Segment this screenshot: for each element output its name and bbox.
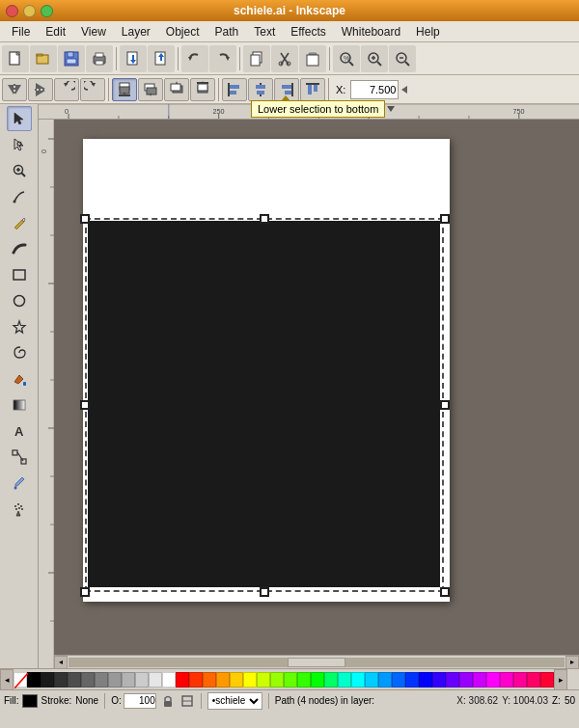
close-button[interactable] bbox=[6, 5, 18, 17]
handle-ml[interactable] bbox=[80, 400, 90, 410]
lock-icon[interactable] bbox=[160, 693, 176, 709]
select-tool-button[interactable] bbox=[7, 106, 32, 131]
rect-tool-button[interactable] bbox=[7, 262, 32, 287]
scroll-right-btn[interactable]: ▸ bbox=[565, 656, 579, 669]
rotate-ccw-btn[interactable] bbox=[54, 78, 79, 101]
print-button[interactable] bbox=[86, 45, 113, 72]
zoom-out-button[interactable] bbox=[389, 45, 416, 72]
align-right-btn[interactable] bbox=[274, 78, 299, 101]
swatch-dark3[interactable] bbox=[68, 672, 81, 688]
layer-select[interactable]: •schiele bbox=[207, 692, 262, 710]
zoom-button[interactable]: % bbox=[333, 45, 360, 72]
new-button[interactable] bbox=[2, 45, 29, 72]
swatch-gray1[interactable] bbox=[81, 672, 95, 688]
swatch-orange3[interactable] bbox=[216, 672, 230, 688]
handle-tc[interactable] bbox=[260, 214, 269, 224]
menu-view[interactable]: View bbox=[73, 23, 114, 40]
raise-to-top-btn[interactable] bbox=[190, 78, 215, 101]
menu-path[interactable]: Path bbox=[207, 23, 247, 40]
raise-btn[interactable] bbox=[164, 78, 189, 101]
scroll-left-btn[interactable]: ◂ bbox=[54, 656, 68, 669]
spray-tool-button[interactable] bbox=[7, 497, 32, 522]
scroll-track[interactable] bbox=[69, 658, 565, 667]
swatch-gray3[interactable] bbox=[108, 672, 122, 688]
swatch-blue1[interactable] bbox=[365, 672, 378, 688]
handle-bc[interactable] bbox=[260, 587, 269, 597]
swatch-dark1[interactable] bbox=[41, 672, 54, 688]
palette-scroll-left[interactable]: ◂ bbox=[0, 669, 14, 690]
menu-help[interactable]: Help bbox=[408, 23, 448, 40]
align-center-v-btn[interactable] bbox=[248, 78, 273, 101]
swatch-cyan3[interactable] bbox=[351, 672, 365, 688]
black-rectangle[interactable] bbox=[88, 221, 440, 587]
swatch-yellow2[interactable] bbox=[243, 672, 257, 688]
swatch-yellow1[interactable] bbox=[230, 672, 243, 688]
cut-button[interactable] bbox=[271, 45, 298, 72]
fill-swatch[interactable] bbox=[22, 694, 38, 708]
swatch-red[interactable] bbox=[176, 672, 189, 688]
menu-layer[interactable]: Layer bbox=[114, 23, 158, 40]
maximize-button[interactable] bbox=[41, 5, 53, 17]
swatch-violet2[interactable] bbox=[446, 672, 459, 688]
object-icon[interactable] bbox=[179, 693, 195, 709]
node-tool-button[interactable] bbox=[7, 132, 32, 157]
swatch-violet1[interactable] bbox=[432, 672, 446, 688]
swatch-gray2[interactable] bbox=[95, 672, 108, 688]
swatch-cyan2[interactable] bbox=[338, 672, 351, 688]
swatch-green[interactable] bbox=[311, 672, 324, 688]
import-button[interactable] bbox=[120, 45, 147, 72]
swatch-gray6[interactable] bbox=[149, 672, 162, 688]
scroll-thumb[interactable] bbox=[288, 658, 345, 667]
text-tool-button[interactable]: A bbox=[7, 418, 32, 444]
paint-tool-button[interactable] bbox=[7, 366, 32, 391]
undo-button[interactable] bbox=[181, 45, 208, 72]
menu-object[interactable]: Object bbox=[158, 23, 207, 40]
x-spinner[interactable] bbox=[400, 78, 409, 101]
menu-file[interactable]: File bbox=[4, 23, 38, 40]
circle-tool-button[interactable] bbox=[7, 288, 32, 313]
flip-vertical-btn[interactable] bbox=[28, 78, 53, 101]
handle-mr[interactable] bbox=[440, 400, 450, 410]
swatch-orange2[interactable] bbox=[203, 672, 216, 688]
lower-btn[interactable] bbox=[138, 78, 163, 101]
swatch-white[interactable] bbox=[162, 672, 176, 688]
swatch-pink4[interactable] bbox=[540, 672, 554, 688]
swatch-lime4[interactable] bbox=[297, 672, 311, 688]
palette-scroll-right[interactable]: ▸ bbox=[554, 669, 567, 690]
star-tool-button[interactable] bbox=[7, 314, 32, 339]
swatch-blue5[interactable] bbox=[419, 672, 432, 688]
swatch-dark2[interactable] bbox=[54, 672, 68, 688]
swatch-lime2[interactable] bbox=[270, 672, 284, 688]
swatch-orange1[interactable] bbox=[189, 672, 203, 688]
paste-button[interactable] bbox=[299, 45, 326, 72]
menu-edit[interactable]: Edit bbox=[38, 23, 73, 40]
swatch-blue4[interactable] bbox=[405, 672, 419, 688]
swatch-gray4[interactable] bbox=[122, 672, 135, 688]
gradient-tool-button[interactable] bbox=[7, 392, 32, 418]
copy-button[interactable] bbox=[243, 45, 270, 72]
minimize-button[interactable] bbox=[23, 5, 36, 17]
zoom-tool-button[interactable] bbox=[7, 158, 32, 183]
swatch-blue2[interactable] bbox=[378, 672, 392, 688]
rotate-cw-btn[interactable] bbox=[80, 78, 105, 101]
swatch-magenta2[interactable] bbox=[486, 672, 500, 688]
spiral-tool-button[interactable] bbox=[7, 340, 32, 365]
swatch-violet3[interactable] bbox=[459, 672, 473, 688]
x-input[interactable] bbox=[350, 80, 399, 99]
align-top-btn[interactable] bbox=[300, 78, 325, 101]
align-left-btn[interactable] bbox=[222, 78, 247, 101]
menu-effects[interactable]: Effects bbox=[283, 23, 333, 40]
menu-whiteboard[interactable]: Whiteboard bbox=[334, 23, 408, 40]
save-button[interactable] bbox=[58, 45, 85, 72]
menu-text[interactable]: Text bbox=[246, 23, 283, 40]
swatch-black[interactable] bbox=[27, 672, 41, 688]
swatch-pink3[interactable] bbox=[527, 672, 540, 688]
swatch-pink1[interactable] bbox=[500, 672, 513, 688]
pencil-tool-button[interactable] bbox=[7, 210, 32, 235]
flip-horizontal-btn[interactable] bbox=[2, 78, 27, 101]
swatch-lime3[interactable] bbox=[284, 672, 297, 688]
redo-button[interactable] bbox=[209, 45, 236, 72]
horizontal-scrollbar[interactable]: ◂ ▸ bbox=[54, 655, 579, 668]
opacity-input[interactable] bbox=[124, 693, 156, 709]
handle-br[interactable] bbox=[440, 587, 450, 597]
